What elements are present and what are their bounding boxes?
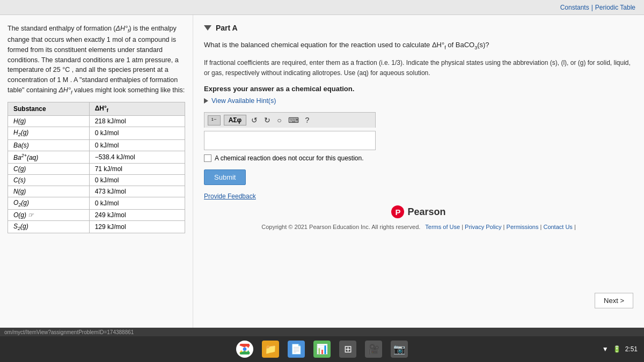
table-row: O2(g) 0 kJ/mol — [8, 197, 185, 209]
time-display: 2:51 — [625, 345, 638, 353]
wifi-icon: ▼ — [602, 345, 609, 353]
sheets-icon[interactable]: 📊 — [313, 341, 331, 358]
table-row: O(g) ☞ 249 kJ/mol — [8, 209, 185, 220]
top-bar: Constants | Periodic Table — [0, 0, 644, 15]
collapse-icon[interactable] — [204, 25, 211, 31]
table-row: N(g) 473 kJ/mol — [8, 186, 185, 197]
table-row: H(g) 218 kJ/mol — [8, 116, 185, 127]
table-row: C(s) 0 kJ/mol — [8, 174, 185, 186]
files-icon[interactable]: 📁 — [262, 341, 279, 358]
hint-chevron-icon — [204, 98, 208, 104]
table-row: H2(g) 0 kJ/mol — [8, 127, 185, 139]
express-label: Express your answer as a chemical equati… — [204, 85, 633, 93]
footer-links: Copyright © 2021 Pearson Education Inc. … — [204, 224, 633, 232]
equation-input[interactable] — [204, 131, 376, 150]
taskbar: 📁 📄 📊 ⊞ 🎥 📷 ▼ 🔋 2:51 — [0, 336, 644, 362]
no-reaction-checkbox[interactable] — [204, 154, 211, 162]
right-panel: Part A What is the balanced chemical equ… — [193, 15, 644, 362]
instructions-text: If fractional coefficients are required,… — [204, 58, 633, 78]
url-text: om/myct/ItemView?assignmentProblemID=174… — [4, 329, 134, 335]
submit-button[interactable]: Submit — [204, 169, 246, 185]
constants-link[interactable]: Constants — [560, 4, 589, 11]
col-delta-hf: ΔH°f — [89, 102, 185, 115]
left-panel: The standard enthalpy of formation (ΔH°f… — [0, 15, 193, 362]
pearson-p-icon: P — [391, 205, 404, 218]
next-button[interactable]: Next > — [595, 293, 633, 308]
pearson-logo: P Pearson — [204, 205, 633, 218]
part-a-title: Part A — [216, 24, 238, 32]
video-icon[interactable]: 🎥 — [365, 341, 382, 358]
terms-link[interactable]: Terms of Use — [425, 224, 460, 230]
feedback-link[interactable]: Provide Feedback — [204, 193, 633, 200]
substance-table: Substance ΔH°f H(g) 218 kJ/mol H2(g) 0 k… — [8, 102, 185, 234]
reset-button[interactable]: ○ — [275, 116, 283, 124]
pearson-text: Pearson — [407, 206, 445, 218]
undo-button[interactable]: ↺ — [250, 116, 259, 124]
table-row: C(g) 71 kJ/mol — [8, 163, 185, 174]
table-row: S2(g) 129 kJ/mol — [8, 220, 185, 233]
hint-label[interactable]: View Available Hint(s) — [211, 97, 276, 105]
chrome-icon[interactable] — [236, 341, 253, 358]
redo-button[interactable]: ↻ — [262, 116, 272, 124]
equation-toolbar: ¹⁻ AΣφ ↺ ↻ ○ ⌨ ? — [204, 112, 376, 128]
table-row: Ba(s) 0 kJ/mol — [8, 139, 185, 151]
no-reaction-row: A chemical reaction does not occur for t… — [204, 154, 633, 162]
grid-icon[interactable]: ⊞ — [339, 341, 356, 358]
camera-icon[interactable]: 📷 — [391, 341, 408, 358]
permissions-link[interactable]: Permissions — [507, 224, 539, 230]
hint-row[interactable]: View Available Hint(s) — [204, 97, 633, 105]
ase-button[interactable]: AΣφ — [224, 115, 246, 125]
keyboard-button[interactable]: ⌨ — [287, 116, 301, 124]
svg-point-0 — [243, 348, 247, 351]
question-text: What is the balanced chemical equation f… — [204, 40, 633, 51]
help-button[interactable]: ? — [304, 116, 311, 124]
intro-paragraph: The standard enthalpy of formation (ΔH°f… — [8, 24, 185, 97]
superscript-button[interactable]: ¹⁻ — [208, 115, 221, 125]
no-reaction-label: A chemical reaction does not occur for t… — [215, 154, 363, 162]
taskbar-right: ▼ 🔋 2:51 — [602, 345, 638, 353]
periodic-table-link[interactable]: Periodic Table — [595, 4, 635, 11]
part-a-header: Part A — [204, 24, 633, 32]
privacy-link[interactable]: Privacy Policy — [465, 224, 501, 230]
table-row: Ba2+(aq) −538.4 kJ/mol — [8, 151, 185, 163]
docs-icon[interactable]: 📄 — [288, 341, 305, 358]
copyright-text: Copyright © 2021 Pearson Education Inc. … — [261, 224, 420, 230]
contact-link[interactable]: Contact Us — [543, 224, 572, 230]
url-bar: om/myct/ItemView?assignmentProblemID=174… — [0, 328, 644, 336]
battery-icon: 🔋 — [613, 345, 621, 353]
separator-1: | — [591, 4, 593, 11]
col-substance: Substance — [8, 102, 90, 115]
